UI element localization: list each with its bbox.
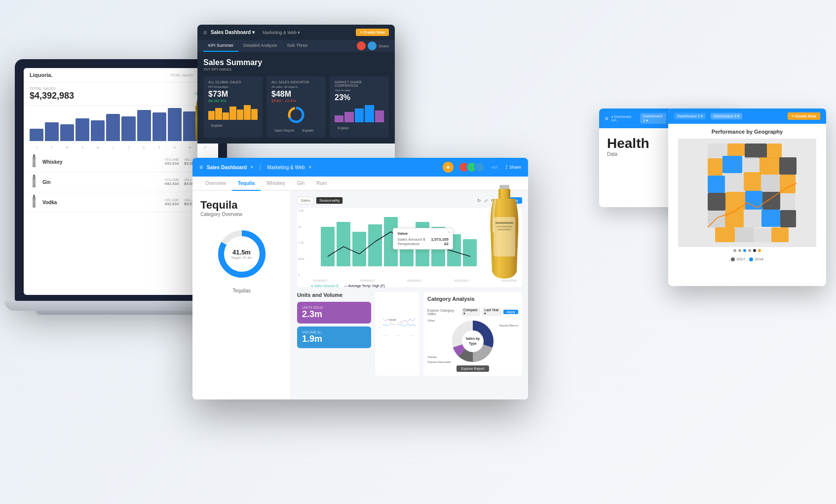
tab-whiskey[interactable]: Whiskey xyxy=(261,177,291,191)
tab-kpi-summer[interactable]: KPI Summer xyxy=(203,40,238,52)
bottle-svg xyxy=(485,182,524,281)
hc-hamburger-icon[interactable]: ≡ xyxy=(605,115,608,121)
tab-rum[interactable]: Rum xyxy=(310,177,333,191)
compare-btn[interactable]: Compare ▾ xyxy=(461,308,481,316)
bar-j3 xyxy=(121,116,135,141)
tooltip-row-1: Sales Amount $ 1,573,105 xyxy=(397,237,449,242)
svg-rect-30 xyxy=(754,228,771,242)
dd-subtitle: Marketing & Web ▾ xyxy=(263,30,300,35)
dd-mc-sub2: All sales, all regions xyxy=(271,85,321,88)
dd-create-btn[interactable]: + Create Now xyxy=(356,29,389,36)
svg-text:01/02/2018: 01/02/2018 xyxy=(410,335,415,336)
dd-title: Sales Dashboard ▾ xyxy=(211,30,259,35)
tab-detailed[interactable]: Detailed Analysis xyxy=(238,40,282,52)
tooltip-title: Value xyxy=(397,231,449,236)
svg-rect-9 xyxy=(722,156,742,173)
laptop-header: Liquoria. TOTAL SALES Last year xyxy=(24,68,218,82)
tab-overview[interactable]: Overview xyxy=(199,177,232,191)
svg-rect-31 xyxy=(771,227,789,242)
units-sold-card: UNITS SOLD 2.3m xyxy=(297,302,371,324)
svg-rect-29 xyxy=(735,227,754,242)
product-name: Vodka xyxy=(42,200,160,205)
category-controls: Explore Category Sales Compare ▾ Last Ye… xyxy=(427,308,518,316)
laptop-month-labels: J F M A M J J A S O N D xyxy=(24,145,218,150)
product-stats: VOLUME 492,834 VALUE $4,983 xyxy=(164,178,196,186)
td-donut-value: 41.5m xyxy=(231,249,252,256)
tab-gin[interactable]: Gin xyxy=(291,177,311,191)
dd-mc-label3: MARKET SHARE COMPARISON xyxy=(335,80,384,87)
tooltip-close[interactable]: × xyxy=(448,230,450,234)
svg-rect-28 xyxy=(715,227,735,242)
product-stats: VOLUME 492,834 VALUE $9,938 xyxy=(164,198,196,206)
td-hamburger-icon[interactable]: ≡ xyxy=(199,164,203,171)
volume-label: VOLUME (L) xyxy=(302,330,366,334)
explore-report-btn[interactable]: Explore Report xyxy=(456,365,490,372)
category-title: Category Analysis xyxy=(427,296,475,302)
laptop-logo: Liquoria. xyxy=(30,72,52,78)
dd-mini-chart xyxy=(208,105,258,120)
volume-card: VOLUME (L) 1.9m xyxy=(297,326,371,348)
td-topbar: ≡ Sales Dashboard ▾ | Marketing & Web ▾ … xyxy=(192,158,528,177)
reset-icon[interactable]: ↻ xyxy=(477,198,481,203)
gc-section-title: Performance by Geography xyxy=(673,129,821,135)
laptop-metric-value: $4,392,983 xyxy=(30,91,74,101)
tab-sub3[interactable]: Sub Three xyxy=(282,40,313,52)
gc-create-btn[interactable]: + Create New xyxy=(788,112,820,120)
last-year-btn[interactable]: Last Year ▾ xyxy=(482,308,501,316)
units-sold-value: 2.3m xyxy=(302,309,366,320)
geo-card: Dashboard 3 ▾ Dashboard 4 ▾ + Create New… xyxy=(668,108,826,286)
category-apply-btn[interactable]: Apply xyxy=(503,310,518,314)
hc-dashboard2-btn[interactable]: Dashboard 2 ▾ xyxy=(640,113,667,124)
dd-mc-label: ALL GLOBAL SALES xyxy=(208,80,258,84)
laptop-screen-inner: Liquoria. TOTAL SALES Last year TOTAL SA… xyxy=(24,68,218,295)
dd-explain-btn2[interactable]: Open Report xyxy=(271,128,297,133)
dd-content: Sales Summary YoY KPI metrics ALL GLOBAL… xyxy=(197,52,395,144)
svg-rect-69 xyxy=(496,226,512,227)
hamburger-icon[interactable]: ≡ xyxy=(203,29,207,36)
td-title: Sales Dashboard xyxy=(207,165,247,170)
td-chart-tabs: Sales Seasonality xyxy=(297,197,343,204)
svg-text:01/06/2017: 01/06/2017 xyxy=(382,335,387,336)
svg-rect-36 xyxy=(352,232,366,266)
td-bottom: Units and Volume UNITS SOLD 2.3m VOLUME … xyxy=(297,292,522,376)
legend-item-2017: 2017 xyxy=(731,257,745,261)
product-icon-whiskey xyxy=(30,155,38,169)
svg-rect-18 xyxy=(708,193,725,211)
dd-explain-btn3[interactable]: Explain xyxy=(300,128,317,133)
product-name: Gin xyxy=(42,180,160,185)
chart-tab-sales[interactable]: Sales xyxy=(297,197,314,204)
svg-rect-20 xyxy=(745,191,762,210)
share-btn[interactable]: Share xyxy=(379,44,389,48)
svg-rect-19 xyxy=(725,192,745,211)
dd-metric-card-2: ALL SALES INDICATOR All sales, all regio… xyxy=(266,76,326,138)
bottle-icon xyxy=(33,156,36,167)
svg-text:Percentage: Percentage xyxy=(389,324,395,324)
td-share-btn[interactable]: ⤴ Share xyxy=(505,165,521,170)
dd-mc-val2: $48M xyxy=(271,90,321,99)
dd-explain-btn[interactable]: Explain xyxy=(208,123,226,128)
td-avatars xyxy=(461,162,485,173)
gc-topbar: Dashboard 3 ▾ Dashboard 4 ▾ + Create New xyxy=(668,108,826,124)
dd-explain-btn4[interactable]: Explain xyxy=(335,125,352,131)
avatar xyxy=(368,41,377,50)
svg-text:25k: 25k xyxy=(379,326,381,327)
svg-rect-11 xyxy=(760,157,779,175)
product-name: Whiskey xyxy=(42,159,160,165)
tab-tequila[interactable]: Tequila xyxy=(232,177,261,191)
list-item: Whiskey VOLUME 492,834 VALUE $3,983 ↑$ xyxy=(24,152,218,172)
category-section: Category Analysis Explore Category Sales… xyxy=(423,292,522,376)
dd-topbar: ≡ Sales Dashboard ▾ Marketing & Web ▾ + … xyxy=(197,25,395,40)
tequila-bottle xyxy=(485,182,524,281)
dd-metric-card-3: MARKET SHARE COMPARISON Year to date 23%… xyxy=(330,76,389,138)
tooltip-row-2: Temperature 62 xyxy=(397,242,449,246)
svg-rect-35 xyxy=(337,222,350,266)
explore-report-area: Explore Report xyxy=(427,365,518,372)
dd-section-title: Sales Summary xyxy=(203,58,389,67)
chart-tab-seasonality[interactable]: Seasonality xyxy=(316,197,343,204)
svg-rect-16 xyxy=(761,175,780,192)
svg-rect-13 xyxy=(708,176,725,193)
list-item: Gin VOLUME 492,834 VALUE $4,983 ↑$120 xyxy=(24,172,218,192)
gc-dashboard4-btn[interactable]: Dashboard 4 ▾ xyxy=(711,113,742,119)
gc-dashboard3-btn[interactable]: Dashboard 3 ▾ xyxy=(674,113,706,119)
bar-s xyxy=(152,112,166,141)
